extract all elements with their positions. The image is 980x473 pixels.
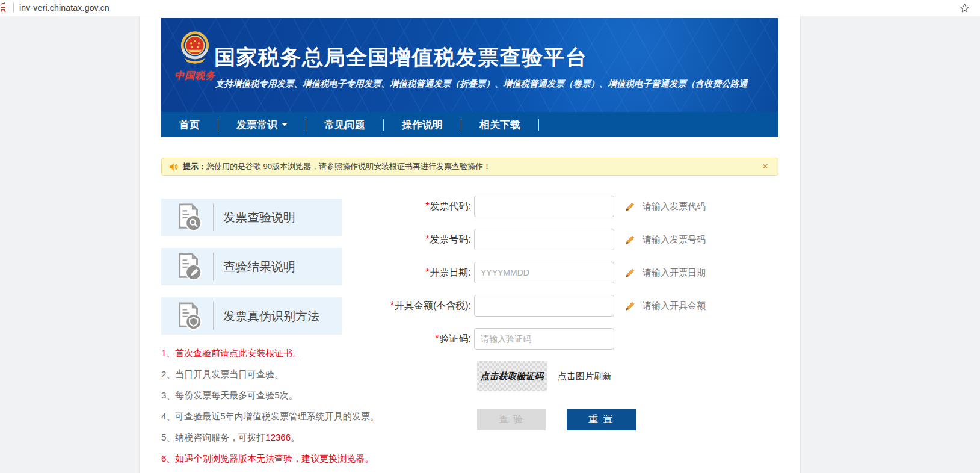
- pencil-edit-icon: [624, 300, 636, 312]
- nav-item-invoice-knowledge[interactable]: 发票常识: [218, 112, 306, 137]
- chevron-down-icon: [282, 123, 288, 126]
- form-row-captcha: *验证码:: [366, 328, 780, 350]
- invoice-date-hint: 请输入开票日期: [643, 267, 706, 279]
- captcha-label: *验证码:: [366, 333, 474, 345]
- divider: [213, 203, 214, 231]
- sidebar-item-result-guide[interactable]: 查验结果说明: [161, 248, 342, 285]
- invoice-code-hint: 请输入发票代码: [643, 201, 706, 212]
- form-buttons: 查 验 重 置: [477, 409, 780, 430]
- nav-divider: [538, 119, 539, 131]
- invoice-number-input[interactable]: [474, 229, 614, 250]
- invoice-date-label: *开票日期:: [366, 267, 474, 279]
- invoice-amount-hint: 请输入开具金额: [643, 300, 706, 312]
- close-icon[interactable]: ×: [762, 161, 768, 173]
- divider: [13, 3, 14, 13]
- form-row-invoice-date: *开票日期: 请输入开票日期: [366, 262, 780, 283]
- divider: [213, 302, 214, 330]
- emblem-caption: 中国税务: [173, 70, 217, 82]
- doc-edit-icon: [174, 252, 205, 282]
- main-area: 发票查验说明 查验结果说明: [161, 176, 778, 473]
- speaker-icon: [168, 162, 179, 172]
- url-text[interactable]: inv-veri.chinatax.gov.cn: [19, 3, 109, 13]
- captcha-block: 点击获取验证码 点击图片刷新: [477, 361, 780, 391]
- form-row-invoice-amount: *开具金额(不含税): 请输入开具金额: [366, 295, 780, 317]
- sidebar-item-invoice-check-guide[interactable]: 发票查验说明: [161, 199, 342, 236]
- invoice-code-label: *发票代码:: [366, 200, 474, 213]
- pencil-edit-icon: [624, 234, 636, 246]
- nav-item-instructions[interactable]: 操作说明: [384, 112, 461, 137]
- nav-item-home[interactable]: 首页: [161, 112, 218, 137]
- invoice-amount-input[interactable]: [474, 295, 614, 317]
- install-cert-link[interactable]: 首次查验前请点此安装根证书。: [175, 348, 301, 358]
- form-row-invoice-number: *发票号码: 请输入发票号码: [366, 229, 780, 250]
- sidebar: 发票查验说明 查验结果说明: [161, 199, 342, 347]
- invoice-amount-label: *开具金额(不含税):: [366, 300, 474, 312]
- tax-emblem-icon: [177, 57, 212, 67]
- page-subtitle: 支持增值税专用发票、增值税电子专用发票、增值税普通发票（折叠票）、增值税普通发票…: [215, 78, 778, 90]
- page-title: 国家税务总局全国增值税发票查验平台: [214, 43, 588, 72]
- nav-item-downloads[interactable]: 相关下载: [461, 112, 538, 137]
- captcha-refresh-link[interactable]: 点击图片刷新: [558, 371, 612, 382]
- pencil-edit-icon: [624, 267, 636, 279]
- pencil-edit-icon: [624, 201, 636, 212]
- alert-prefix: 提示：: [183, 161, 206, 172]
- sidebar-item-authenticity-guide[interactable]: 发票真伪识别方法: [161, 297, 342, 335]
- invoice-date-input[interactable]: [474, 262, 614, 283]
- main-navigation: 首页 发票常识 常见问题 操作说明 相关下载: [161, 112, 778, 137]
- invoice-code-input[interactable]: [474, 196, 614, 217]
- note-item-5: 5、纳税咨询服务，可拨打12366。: [161, 431, 402, 444]
- verify-button[interactable]: 查 验: [477, 409, 546, 430]
- browser-address-bar: inv-veri.chinatax.gov.cn: [0, 0, 980, 16]
- page-background: 中国税务 国家税务总局全国增值税发票查验平台 支持增值税专用发票、增值税电子专用…: [0, 16, 980, 473]
- captcha-input[interactable]: [474, 328, 614, 350]
- alert-message: 您使用的是谷歌 90版本浏览器，请参照操作说明安装根证书再进行发票查验操作！: [206, 161, 491, 172]
- captcha-image[interactable]: 点击获取验证码: [477, 361, 547, 391]
- browser-warning-alert: 提示： 您使用的是谷歌 90版本浏览器，请参照操作说明安装根证书再进行发票查验操…: [161, 158, 778, 176]
- nav-item-faq[interactable]: 常见问题: [306, 112, 383, 137]
- reset-button[interactable]: 重 置: [567, 409, 636, 430]
- invoice-number-hint: 请输入发票号码: [643, 234, 706, 246]
- doc-shield-icon: [174, 301, 205, 331]
- bookmark-star-icon[interactable]: [959, 2, 970, 14]
- invoice-number-label: *发票号码:: [366, 233, 474, 246]
- verification-form: *发票代码: 请输入发票代码 *发票号码:: [366, 196, 780, 430]
- form-row-invoice-code: *发票代码: 请输入发票代码: [366, 196, 780, 217]
- site-banner: 中国税务 国家税务总局全国增值税发票查验平台 支持增值税专用发票、增值税电子专用…: [161, 18, 778, 112]
- content-column: 中国税务 国家税务总局全国增值税发票查验平台 支持增值税专用发票、增值税电子专用…: [139, 16, 801, 473]
- divider: [213, 253, 214, 280]
- note-item-6: 6、如遇个别浏览器版本无法查验，建议更换浏览器。: [161, 452, 402, 465]
- tab-favicon-fragment: [1, 2, 9, 13]
- doc-search-icon: [174, 202, 205, 232]
